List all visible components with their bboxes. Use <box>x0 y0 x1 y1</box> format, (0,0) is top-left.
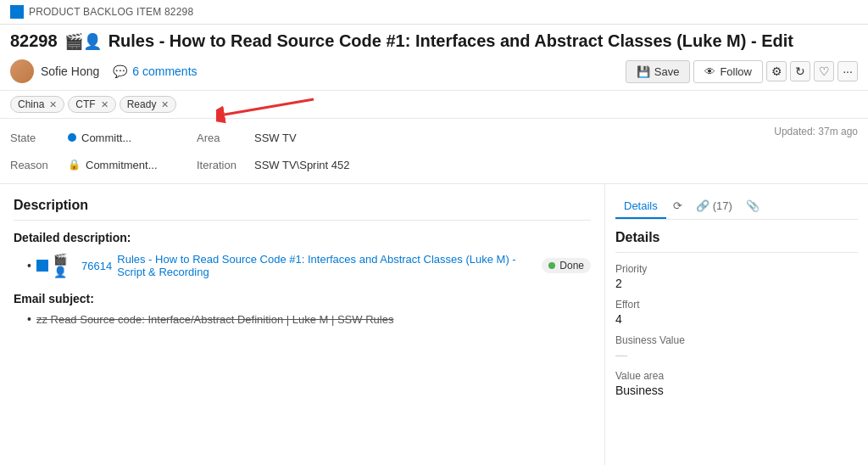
email-subtitle: Email subject: <box>14 292 591 305</box>
value-area-value: Business <box>615 384 858 397</box>
priority-value: 2 <box>615 277 858 290</box>
comments-count: 6 comments <box>132 64 197 78</box>
comment-icon: 💬 <box>113 64 127 78</box>
top-bar: PRODUCT BACKLOG ITEM 82298 <box>0 0 868 25</box>
email-text: zz Read Source code: Interface/Abstract … <box>36 313 394 326</box>
state-row: State Committ... <box>10 126 197 149</box>
priority-section: Priority 2 <box>615 263 858 290</box>
product-backlog-icon <box>10 5 24 19</box>
follow-icon: 👁 <box>704 65 715 78</box>
iteration-value[interactable]: SSW TV\Sprint 452 <box>254 159 349 171</box>
value-area-label: Value area <box>615 370 858 382</box>
tab-links[interactable]: 🔗 (17) <box>689 194 739 219</box>
email-bullet: • <box>27 312 31 326</box>
arrow-indicator <box>216 91 318 134</box>
details-title: Details <box>615 230 858 253</box>
tab-attachments[interactable]: 📎 <box>739 194 766 219</box>
effort-label: Effort <box>615 299 858 311</box>
tag-china: China ✕ <box>10 96 64 113</box>
iteration-row: Iteration SSW TV\Sprint 452 <box>197 153 383 176</box>
meta-section: State Committ... Reason 🔒 Commitment... … <box>0 119 868 184</box>
status-label: Done <box>559 260 584 272</box>
list-item-link-text[interactable]: Rules - How to Read Source Code #1: Inte… <box>117 253 537 278</box>
tab-details[interactable]: Details <box>615 194 666 219</box>
history-icon: ⟳ <box>673 199 682 212</box>
reason-row: Reason 🔒 Commitment... <box>10 153 197 176</box>
value-area-section: Value area Business <box>615 370 858 397</box>
reason-value[interactable]: 🔒 Commitment... <box>68 159 158 171</box>
state-value[interactable]: Committ... <box>68 132 131 144</box>
list-item-id[interactable]: 76614 <box>81 260 112 272</box>
work-item-id: 82298 <box>10 31 58 51</box>
avatar <box>10 59 34 83</box>
tags-bar: China ✕ CTF ✕ Ready ✕ <box>0 91 868 119</box>
follow-button[interactable]: 👁 Follow <box>693 60 763 83</box>
reason-label: Reason <box>10 159 61 171</box>
tag-ready-label: Ready <box>127 98 157 110</box>
state-dot <box>68 133 76 142</box>
list-item: • 🎬👤 76614 Rules - How to Read Source Co… <box>27 253 591 278</box>
action-buttons: 💾 Save 👁 Follow ⚙ ↻ ♡ ··· <box>626 60 858 83</box>
save-icon: 💾 <box>637 65 650 78</box>
save-button[interactable]: 💾 Save <box>626 60 691 83</box>
business-value-section: Business Value — <box>615 334 858 361</box>
status-dot-green <box>548 262 555 269</box>
effort-section: Effort 4 <box>615 299 858 326</box>
links-count: (17) <box>713 199 732 212</box>
tag-ctf-label: CTF <box>75 98 95 110</box>
settings-button[interactable]: ⚙ <box>766 61 787 81</box>
tag-ctf: CTF ✕ <box>68 96 115 113</box>
tab-history[interactable]: ⟳ <box>666 194 689 219</box>
iteration-label: Iteration <box>197 159 248 171</box>
updated-timestamp: Updated: 37m ago <box>774 126 858 137</box>
top-bar-title: PRODUCT BACKLOG ITEM 82298 <box>29 6 193 18</box>
tag-china-label: China <box>18 98 44 110</box>
main-title-area: 82298 🎬👤 Rules - How to Read Source Code… <box>0 25 868 56</box>
undo-button[interactable]: ♡ <box>814 61 834 81</box>
description-subtitle: Detailed description: <box>14 231 591 244</box>
title-icons: 🎬👤 <box>64 32 102 51</box>
work-item-title: Rules - How to Read Source Code #1: Inte… <box>108 31 793 51</box>
details-panel: Details ⟳ 🔗 (17) 📎 Details Priority 2 Ef… <box>605 184 868 465</box>
description-panel: Description Detailed description: • 🎬👤 7… <box>0 184 605 465</box>
tag-ctf-remove[interactable]: ✕ <box>101 99 108 110</box>
link-icon: 🔗 <box>696 199 709 212</box>
refresh-button[interactable]: ↻ <box>790 61 810 81</box>
tag-china-remove[interactable]: ✕ <box>49 99 57 110</box>
priority-label: Priority <box>615 263 858 275</box>
email-list: • zz Read Source code: Interface/Abstrac… <box>14 312 591 326</box>
list-item-emojis: 🎬👤 <box>53 253 76 278</box>
user-name: Sofie Hong <box>41 64 99 78</box>
list-item-icon <box>36 260 48 272</box>
list-bullet: • <box>27 259 31 272</box>
user-section: Sofie Hong 💬 6 comments <box>10 59 626 83</box>
lock-icon: 🔒 <box>68 159 81 171</box>
business-value-value: — <box>615 348 858 361</box>
email-list-item: • zz Read Source code: Interface/Abstrac… <box>27 312 591 326</box>
business-value-label: Business Value <box>615 334 858 346</box>
action-bar: Sofie Hong 💬 6 comments 💾 Save 👁 Follow … <box>0 56 868 91</box>
description-title: Description <box>14 198 591 221</box>
more-button[interactable]: ··· <box>837 61 858 81</box>
right-tabs: Details ⟳ 🔗 (17) 📎 <box>615 194 858 220</box>
attachment-icon: 📎 <box>746 199 760 212</box>
description-list: • 🎬👤 76614 Rules - How to Read Source Co… <box>14 253 591 278</box>
tag-ready-remove[interactable]: ✕ <box>161 99 169 110</box>
effort-value: 4 <box>615 312 858 326</box>
svg-line-1 <box>225 99 314 115</box>
tag-ready: Ready ✕ <box>120 96 177 113</box>
state-label: State <box>10 132 61 144</box>
status-badge: Done <box>542 258 591 273</box>
meta-left: State Committ... Reason 🔒 Commitment... <box>10 126 197 176</box>
content-area: Description Detailed description: • 🎬👤 7… <box>0 184 868 465</box>
comments-button[interactable]: 💬 6 comments <box>106 61 203 81</box>
